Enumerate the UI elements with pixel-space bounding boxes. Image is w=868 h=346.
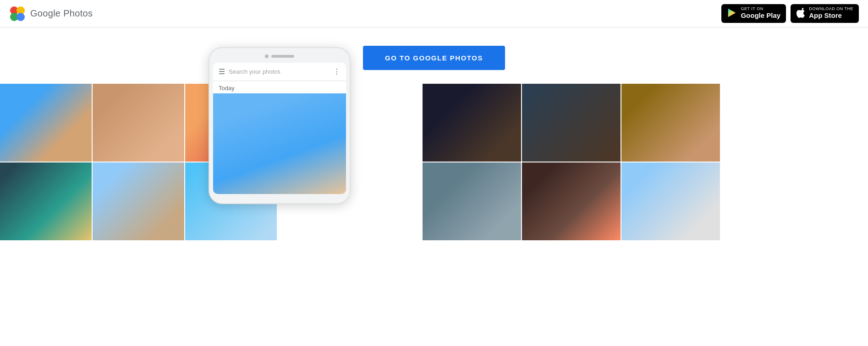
photo-4 xyxy=(0,162,92,240)
cta-area: GO TO GOOGLE PHOTOS xyxy=(0,27,868,84)
photo-12 xyxy=(621,162,720,240)
logo-area: Google Photos xyxy=(9,5,93,22)
app-store-button[interactable]: Download on the App Store xyxy=(791,4,859,23)
photo-11 xyxy=(522,162,621,240)
google-play-subtitle: GET IT ON xyxy=(741,7,763,11)
store-buttons: GET IT ON Google Play Download on the Ap… xyxy=(721,4,859,23)
phone-search-bar: ☰ Search your photos ⋮ xyxy=(213,63,346,81)
phone-gap: ☰ Search your photos ⋮ Today xyxy=(280,84,422,242)
main-content: GO TO GOOGLE PHOTOS xyxy=(0,27,868,346)
photo-7 xyxy=(423,84,521,162)
phone-camera xyxy=(265,54,269,58)
logo-text: Google Photos xyxy=(30,8,93,19)
phone-screen: ☰ Search your photos ⋮ Today xyxy=(213,63,346,194)
app-store-text: Download on the App Store xyxy=(809,7,853,20)
phone-main-photo xyxy=(213,93,346,194)
more-options-icon: ⋮ xyxy=(333,67,341,76)
google-play-text: GET IT ON Google Play xyxy=(741,7,780,20)
photo-2 xyxy=(93,84,184,162)
google-play-button[interactable]: GET IT ON Google Play xyxy=(721,4,786,23)
photo-5 xyxy=(93,162,184,240)
app-store-subtitle: Download on the xyxy=(809,7,853,11)
header: Google Photos GET xyxy=(0,0,868,27)
hamburger-icon: ☰ xyxy=(219,67,225,76)
photo-1 xyxy=(0,84,92,162)
phone-mockup-container: ☰ Search your photos ⋮ Today xyxy=(209,47,351,204)
google-photos-logo-icon xyxy=(9,5,26,22)
google-play-icon xyxy=(727,8,737,20)
svg-marker-4 xyxy=(728,8,736,16)
phone-today-label: Today xyxy=(213,81,346,93)
phone-mockup: ☰ Search your photos ⋮ Today xyxy=(209,47,351,204)
phone-speaker xyxy=(271,55,294,58)
photo-9 xyxy=(621,84,720,162)
right-photo-grid xyxy=(423,84,868,242)
photo-10 xyxy=(423,162,521,240)
svg-point-3 xyxy=(16,13,25,21)
apple-icon xyxy=(796,8,805,20)
app-store-label: App Store xyxy=(809,11,842,20)
phone-search-placeholder: Search your photos xyxy=(229,68,330,75)
phone-top-bar xyxy=(213,54,346,58)
google-play-label: Google Play xyxy=(741,11,780,20)
photo-8 xyxy=(522,84,621,162)
go-to-google-photos-button[interactable]: GO TO GOOGLE PHOTOS xyxy=(363,46,505,70)
